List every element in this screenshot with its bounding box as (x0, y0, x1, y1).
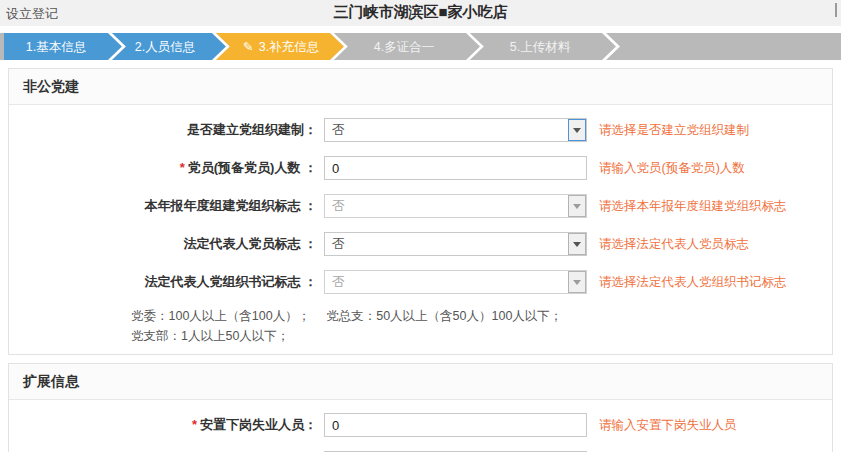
step-supplementary-info[interactable]: ✎ 3.补充信息 (216, 33, 344, 60)
step-3-label: 3.补充信息 (259, 40, 319, 54)
step-personnel-info[interactable]: 2.人员信息 (112, 33, 226, 60)
chevron-down-icon (573, 204, 581, 209)
business-name-title: 三门峡市湖滨区■家小吃店 (0, 3, 841, 22)
step-1-label: 1.基本信息 (26, 40, 86, 54)
form-row: 法定代表人党组织书记标志 ： 否 请选择法定代表人党组织书记标志 (9, 263, 832, 301)
field-label: *安置下岗失业人员： (9, 416, 317, 434)
dropdown-arrow-button[interactable] (568, 119, 586, 141)
wizard-steps-graphic: 1.基本信息 2.人员信息 ✎ 3.补充信息 4.多证合一 5.上传材料 (0, 33, 841, 60)
party-size-note: 党委：100人以上（含100人）； 党总支：50人以上（含50人）100人以下；… (131, 306, 832, 346)
step-4-label: 4.多证合一 (374, 40, 434, 54)
note-line-1: 党委：100人以上（含100人）； 党总支：50人以上（含50人）100人以下； (131, 306, 832, 326)
form-content: 非公党建 是否建立党组织建制： 否 请选择是否建立党组织建制 *党员(预备党员)… (0, 60, 841, 452)
party-member-count-input[interactable] (324, 156, 587, 180)
form-row: 是否建立党组织建制： 否 请选择是否建立党组织建制 (9, 111, 832, 149)
form-row: 法定代表人党员标志 ： 否 请选择法定代表人党员标志 (9, 225, 832, 263)
field-hint: 请选择法定代表人党员标志 (599, 236, 749, 253)
field-hint: 请选择是否建立党组织建制 (599, 122, 749, 139)
field-label: 法定代表人党组织书记标志 ： (9, 273, 317, 291)
wizard-step-bar: 1.基本信息 2.人员信息 ✎ 3.补充信息 4.多证合一 5.上传材料 (0, 33, 841, 60)
field-label: *党员(预备党员)人数 ： (9, 159, 317, 177)
chevron-down-icon (573, 280, 581, 285)
pencil-icon: ✎ (243, 40, 253, 54)
section-title: 非公党建 (9, 69, 832, 105)
section-extended-info: 扩展信息 *安置下岗失业人员： 请输入安置下岗失业人员 *高校毕业生人数： 请输… (8, 363, 833, 452)
note-line-2: 党支部：1人以上50人以下； (131, 326, 832, 346)
top-header-bar: 设立登记 三门峡市湖滨区■家小吃店 (0, 0, 841, 26)
dropdown-arrow-button[interactable] (568, 233, 586, 255)
party-org-established-select[interactable]: 否 (324, 118, 587, 142)
form-row: *高校毕业生人数： 请输入高校毕业生人数 (9, 444, 832, 452)
laid-off-workers-input[interactable] (324, 413, 587, 437)
form-row: 本年报年度组建党组织标志 ： 否 请选择本年报年度组建党组织标志 (9, 187, 832, 225)
step-5-label: 5.上传材料 (510, 40, 571, 54)
annual-report-party-org-flag-select[interactable]: 否 (324, 194, 587, 218)
section-party-building: 非公党建 是否建立党组织建制： 否 请选择是否建立党组织建制 *党员(预备党员)… (8, 68, 833, 355)
chevron-down-icon (573, 128, 581, 133)
select-value: 否 (332, 121, 345, 139)
field-label: 是否建立党组织建制： (9, 121, 317, 139)
form-row: *党员(预备党员)人数 ： 请输入党员(预备党员)人数 (9, 149, 832, 187)
field-hint: 请选择法定代表人党组织书记标志 (599, 274, 787, 291)
select-value: 否 (332, 273, 345, 291)
step-multi-certificate[interactable]: 4.多证合一 (334, 33, 480, 60)
field-label: 本年报年度组建党组织标志 ： (9, 197, 317, 215)
form-row: *安置下岗失业人员： 请输入安置下岗失业人员 (9, 406, 832, 444)
field-hint: 请输入安置下岗失业人员 (599, 417, 737, 434)
section-title: 扩展信息 (9, 364, 832, 400)
legal-rep-party-secretary-flag-select[interactable]: 否 (324, 270, 587, 294)
required-asterisk: * (180, 160, 185, 175)
legal-rep-party-member-flag-select[interactable]: 否 (324, 232, 587, 256)
select-value: 否 (332, 235, 345, 253)
field-label: 法定代表人党员标志 ： (9, 235, 317, 253)
select-value: 否 (332, 197, 345, 215)
field-hint: 请输入党员(预备党员)人数 (599, 160, 745, 177)
step-upload-materials[interactable]: 5.上传材料 (470, 33, 616, 60)
dropdown-arrow-button[interactable] (568, 271, 586, 293)
chevron-down-icon (573, 242, 581, 247)
step-2-label: 2.人员信息 (135, 40, 195, 54)
dropdown-arrow-button[interactable] (568, 195, 586, 217)
step-basic-info[interactable]: 1.基本信息 (4, 33, 122, 60)
scrollbar-sliver (835, 3, 837, 17)
required-asterisk: * (192, 417, 197, 432)
field-hint: 请选择本年报年度组建党组织标志 (599, 198, 787, 215)
